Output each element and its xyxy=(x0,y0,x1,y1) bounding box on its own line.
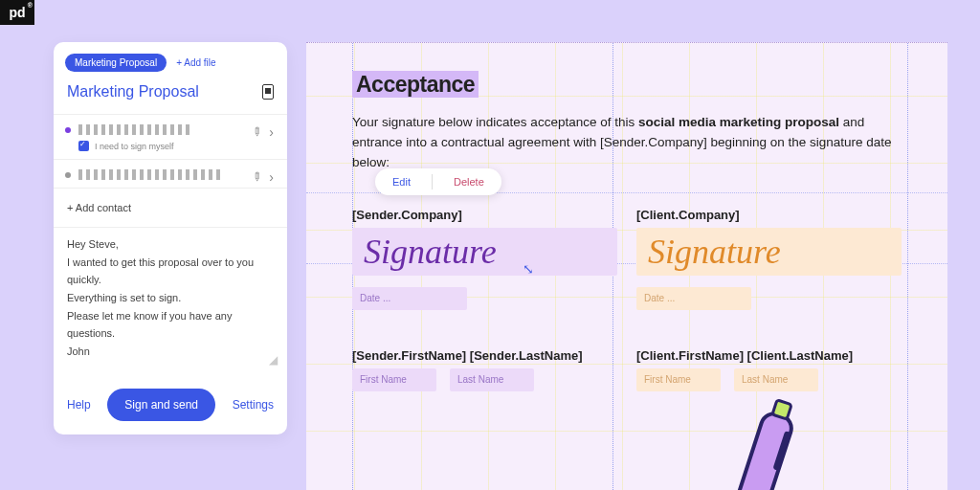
client-date-field[interactable]: Date ... xyxy=(636,287,751,310)
sender-company-label: [Sender.Company] xyxy=(352,208,617,222)
sender-lastname-field[interactable]: Last Name xyxy=(450,368,534,391)
settings-link[interactable]: Settings xyxy=(233,398,274,412)
client-name-label: [Client.FirstName] [Client.LastName] xyxy=(636,348,902,363)
para-bold: social media marketing proposal xyxy=(638,115,839,129)
sender-date-field[interactable]: Date ... xyxy=(352,287,467,310)
add-contact-button[interactable]: + Add contact xyxy=(54,189,287,227)
message-line: I wanted to get this proposal over to yo… xyxy=(67,254,274,289)
add-file-link[interactable]: + Add file xyxy=(176,57,215,68)
client-column: [Client.Company] Signature Date ... xyxy=(636,208,902,310)
message-textarea[interactable]: Hey Steve, I wanted to get this proposal… xyxy=(54,228,287,375)
logo-badge: pd xyxy=(0,0,34,25)
recipient-color-dot xyxy=(65,127,71,133)
send-panel: Marketing Proposal + Add file Marketing … xyxy=(54,42,287,434)
doc-title: Marketing Proposal xyxy=(67,83,199,100)
help-link[interactable]: Help xyxy=(67,398,91,412)
svg-rect-3 xyxy=(772,400,791,419)
chevron-right-icon[interactable]: › xyxy=(269,124,274,140)
recipient-row[interactable]: ✎ › I need to sign myself xyxy=(54,115,287,159)
client-name-block: [Client.FirstName] [Client.LastName] Fir… xyxy=(636,348,902,391)
context-delete-button[interactable]: Delete xyxy=(454,176,484,188)
message-line: John xyxy=(67,343,274,361)
client-signature-field[interactable]: Signature xyxy=(636,228,902,276)
message-line: Hey Steve, xyxy=(67,235,274,254)
recipient-name-obscured xyxy=(78,124,193,135)
message-line: Please let me know if you have any quest… xyxy=(67,307,274,343)
textarea-resize-icon[interactable]: ◢ xyxy=(269,350,278,369)
document-canvas[interactable]: Acceptance Your signature below indicate… xyxy=(306,42,947,490)
pen-illustration xyxy=(670,416,919,490)
context-menu: Edit Delete xyxy=(375,168,501,195)
sender-name-label: [Sender.FirstName] [Sender.LastName] xyxy=(352,348,617,363)
message-line: Everything is set to sign. xyxy=(67,289,274,307)
client-lastname-field[interactable]: Last Name xyxy=(734,368,818,391)
context-edit-button[interactable]: Edit xyxy=(392,176,411,188)
resize-diagonal-icon[interactable]: ⤡ xyxy=(523,261,534,277)
svg-rect-2 xyxy=(730,411,795,490)
para-text: Your signature below indicates acceptanc… xyxy=(352,115,638,129)
signature-placeholder-text: Signature xyxy=(364,232,497,272)
sender-signature-field[interactable]: Signature xyxy=(352,228,617,276)
client-firstname-field[interactable]: First Name xyxy=(636,368,721,391)
sender-name-block: [Sender.FirstName] [Sender.LastName] Fir… xyxy=(352,348,617,391)
recipient-row[interactable]: ✎ › xyxy=(54,160,287,188)
signature-placeholder-text: Signature xyxy=(648,232,781,272)
doc-pill[interactable]: Marketing Proposal xyxy=(65,54,167,72)
acceptance-paragraph[interactable]: Your signature below indicates acceptanc… xyxy=(352,113,902,173)
client-company-label: [Client.Company] xyxy=(636,208,902,222)
chevron-right-icon[interactable]: › xyxy=(269,169,274,185)
recipient-name-obscured xyxy=(78,169,222,180)
sender-firstname-field[interactable]: First Name xyxy=(352,368,436,391)
sender-column: [Sender.Company] Signature Date ... xyxy=(352,208,617,310)
recipient-color-dot xyxy=(65,172,71,178)
device-icon[interactable] xyxy=(262,84,274,100)
sign-send-button[interactable]: Sign and send xyxy=(107,389,215,421)
section-heading[interactable]: Acceptance xyxy=(352,71,479,98)
self-sign-checkbox[interactable] xyxy=(78,141,89,151)
self-sign-label: I need to sign myself xyxy=(95,142,174,151)
context-separator xyxy=(432,174,433,189)
